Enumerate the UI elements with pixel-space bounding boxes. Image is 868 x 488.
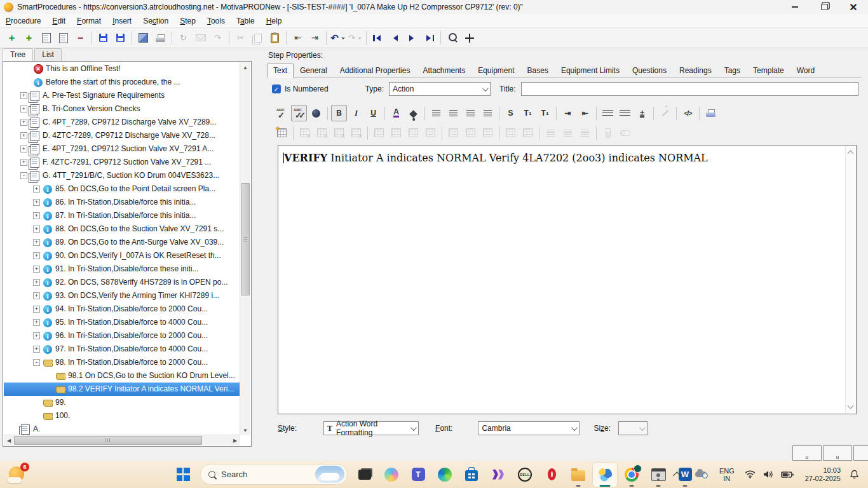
- indent-icon[interactable]: ⇥: [560, 105, 576, 121]
- bullet-list-icon[interactable]: [600, 105, 616, 121]
- menu-edit[interactable]: Edit: [46, 15, 71, 27]
- expand-toggle-icon[interactable]: +: [20, 132, 27, 139]
- expand-toggle-icon[interactable]: +: [20, 146, 27, 152]
- style-dropdown[interactable]: T Action Word Formatting: [323, 421, 419, 435]
- expand-toggle-icon[interactable]: +: [33, 212, 40, 219]
- tree-item[interactable]: 100.: [4, 409, 240, 423]
- taskbar-smartprocedures-button[interactable]: [592, 462, 618, 487]
- menu-section[interactable]: Section: [137, 15, 174, 27]
- view-outline-icon[interactable]: [38, 30, 54, 46]
- scroll-down-icon[interactable]: ▼: [240, 425, 250, 435]
- italic-icon[interactable]: I: [348, 105, 364, 121]
- expand-toggle-icon[interactable]: +: [33, 252, 40, 259]
- scroll-down-icon[interactable]: [848, 403, 854, 409]
- taskbar-dell-button[interactable]: [512, 462, 538, 487]
- undo-icon[interactable]: ↶: [330, 30, 346, 46]
- superscript-icon[interactable]: T1: [520, 105, 536, 121]
- align-center-icon[interactable]: [445, 105, 461, 121]
- tab-bases[interactable]: Bases: [521, 64, 555, 78]
- expand-toggle-icon[interactable]: +: [33, 332, 40, 339]
- tree-item[interactable]: +89. On DCS,Go to the Anti-Surge Valve X…: [4, 236, 240, 249]
- editor-content[interactable]: VERIFY Initiator A indicates NORMAL Veri…: [283, 152, 841, 164]
- language-indicator[interactable]: ENG IN: [719, 467, 735, 482]
- expand-toggle-icon[interactable]: +: [33, 186, 40, 193]
- taskbar-copilot-button[interactable]: [379, 462, 404, 487]
- wifi-icon[interactable]: [745, 470, 756, 478]
- tab-text[interactable]: Text: [267, 64, 294, 78]
- tab-readings[interactable]: Readings: [673, 64, 718, 78]
- tree-item[interactable]: +88. On DCS,Go to the Suction Valve XV_7…: [4, 222, 240, 236]
- tree-item[interactable]: +86. In Tri-Station,Disable/force this i…: [4, 196, 240, 209]
- tree-item[interactable]: +91. In Tri-Station,Disable/force these …: [4, 262, 240, 276]
- vertical-scroll-thumb[interactable]: [241, 183, 250, 295]
- menu-procedure[interactable]: Procedure: [0, 15, 46, 27]
- tab-word[interactable]: Word: [790, 64, 821, 78]
- expand-toggle-icon[interactable]: +: [33, 319, 40, 326]
- underline-icon[interactable]: U: [365, 105, 381, 121]
- tree-item[interactable]: +F. 4ZTC-7291, CP9712 Suction Valve XV_7…: [4, 156, 240, 169]
- tree-item[interactable]: A.: [4, 423, 240, 435]
- editor-scrollbar[interactable]: [845, 146, 855, 413]
- battery-icon[interactable]: [781, 471, 794, 478]
- tree-item[interactable]: +90. On DCS,Verify I_007A is OK ResetRes…: [4, 249, 240, 262]
- tree-item[interactable]: +94. In Tri-Station,Disable/force to 200…: [4, 302, 240, 316]
- tree-item[interactable]: +A. Pre-Test Signature Requirements: [4, 89, 240, 102]
- tree-item[interactable]: This is an Offline Test!: [4, 62, 240, 76]
- publish-icon[interactable]: [135, 30, 151, 46]
- insert-table-icon[interactable]: [274, 125, 290, 141]
- menu-tools[interactable]: Tools: [201, 15, 231, 27]
- tab-equipment[interactable]: Equipment: [471, 64, 520, 78]
- delete-step-icon[interactable]: −: [72, 30, 88, 46]
- panel-tab-tree[interactable]: Tree: [3, 48, 33, 61]
- previous-step-icon[interactable]: [387, 30, 403, 46]
- taskbar-clock[interactable]: 10:03 27-02-2025: [805, 466, 841, 483]
- spell-check-icon[interactable]: [274, 105, 290, 121]
- tab-general[interactable]: General: [294, 64, 334, 78]
- onedrive-icon[interactable]: [695, 471, 707, 477]
- plus-minus-icon[interactable]: ±: [634, 105, 650, 121]
- font-color-icon[interactable]: A: [388, 105, 404, 121]
- menu-insert[interactable]: Insert: [107, 15, 137, 27]
- expand-toggle-icon[interactable]: +: [33, 199, 40, 206]
- tree-item[interactable]: +93. On DCS,Verify the Arming Timer KHI7…: [4, 289, 240, 302]
- tree-item[interactable]: 98.2 VERIFY Initiator A indicates NORMAL…: [4, 383, 240, 396]
- step-text-editor[interactable]: VERIFY Initiator A indicates NORMAL Veri…: [278, 145, 857, 414]
- taskbar-teams-button[interactable]: [405, 462, 431, 487]
- taskbar-chrome-button[interactable]: [619, 462, 644, 487]
- text-to-speech-icon[interactable]: [308, 105, 324, 121]
- tree-item[interactable]: +92. On DCS, S878Verify 4HS7289 is in OP…: [4, 276, 240, 289]
- outdent-icon[interactable]: ⇤: [577, 105, 593, 121]
- tree-item[interactable]: +96. In Tri-Station,Disable/force to 200…: [4, 329, 240, 342]
- tree-item[interactable]: +E. 4PT_7291, CP9712 Suction Valve XV_72…: [4, 142, 240, 156]
- restore-button[interactable]: [810, 0, 839, 14]
- expand-toggle-icon[interactable]: +: [33, 266, 40, 273]
- bold-icon[interactable]: B: [331, 105, 347, 121]
- horizontal-scroll-thumb[interactable]: [14, 436, 202, 445]
- minimize-button[interactable]: [780, 0, 810, 14]
- first-step-icon[interactable]: [370, 30, 386, 46]
- expand-toggle-icon[interactable]: +: [33, 226, 40, 233]
- tree-item[interactable]: -98. In Tri-Station,Disable/force to 200…: [4, 356, 240, 369]
- tab-equipment-limits[interactable]: Equipment Limits: [555, 64, 626, 78]
- tab-questions[interactable]: Questions: [626, 64, 673, 78]
- is-numbered-checkbox[interactable]: ✓: [272, 85, 281, 93]
- title-input[interactable]: [521, 82, 858, 96]
- tree-item[interactable]: +B. Tri-Conex Version Checks: [4, 102, 240, 116]
- tab-template[interactable]: Template: [747, 64, 790, 78]
- expand-toggle-icon[interactable]: -: [20, 172, 27, 179]
- expand-toggle-icon[interactable]: +: [20, 92, 27, 99]
- volume-icon[interactable]: [763, 470, 773, 478]
- tree-horizontal-scrollbar[interactable]: ◀ ▶: [4, 435, 240, 445]
- scroll-up-icon[interactable]: ▲: [240, 62, 250, 72]
- tab-tags[interactable]: Tags: [718, 64, 747, 78]
- taskbar-edge-button[interactable]: [432, 462, 458, 487]
- scroll-left-icon[interactable]: ◀: [4, 435, 14, 445]
- numbered-list-icon[interactable]: [617, 105, 633, 121]
- move-step-right-icon[interactable]: ⇥: [307, 30, 323, 46]
- align-justify-icon[interactable]: [480, 105, 496, 121]
- tree-item[interactable]: +97. In Tri-Station,Disable/force to 400…: [4, 342, 240, 356]
- menu-help[interactable]: Help: [261, 15, 288, 27]
- tree-item[interactable]: 99.: [4, 396, 240, 409]
- expand-toggle-icon[interactable]: +: [33, 239, 40, 246]
- taskbar-store-button[interactable]: [459, 462, 484, 487]
